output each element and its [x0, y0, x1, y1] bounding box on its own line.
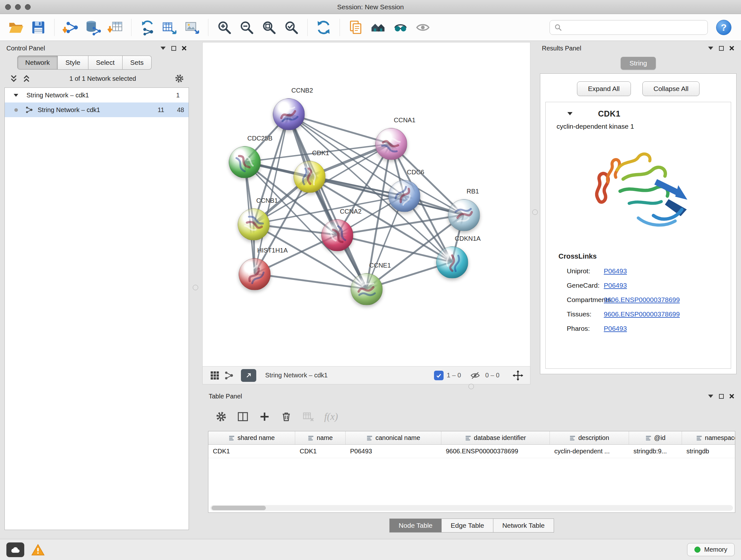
add-column-icon[interactable]: [259, 411, 271, 423]
tab-select[interactable]: Select: [88, 56, 123, 70]
panel-collapse-icon[interactable]: [708, 394, 714, 398]
network-from-table-button[interactable]: [159, 17, 180, 38]
warning-icon[interactable]: [31, 543, 45, 556]
search-input[interactable]: [565, 23, 703, 31]
eye-slash-icon[interactable]: [468, 368, 482, 382]
splitter-handle[interactable]: [193, 285, 198, 290]
collapse-all-button[interactable]: Collapse All: [643, 81, 700, 96]
network-view-canvas[interactable]: CCNB2CCNA1CDC25BCDK1CDC6RB1CCNB1CCNA2CDK…: [202, 42, 530, 367]
open-session-button[interactable]: [6, 17, 26, 38]
zoom-selected-button[interactable]: [281, 17, 301, 38]
network-node-ccne1[interactable]: [351, 273, 383, 305]
grid-view-icon[interactable]: [208, 368, 222, 382]
network-icon[interactable]: [222, 368, 236, 382]
network-node-ccnb1[interactable]: [238, 208, 270, 240]
network-node-rb1[interactable]: [448, 199, 480, 231]
copy-documents-button[interactable]: [346, 17, 366, 38]
crosslink-compartments[interactable]: 9606.ENSP00000378699: [604, 296, 680, 304]
clone-network-button[interactable]: [137, 17, 158, 38]
panel-collapse-icon[interactable]: [160, 46, 166, 51]
network-nodes-layer: CCNB2CCNA1CDC25BCDK1CDC6RB1CCNB1CCNA2CDK…: [203, 43, 530, 366]
memory-button[interactable]: Memory: [687, 543, 735, 556]
zoom-fit-button[interactable]: [259, 17, 279, 38]
crosslink-tissues[interactable]: 9606.ENSP00000378699: [604, 310, 680, 318]
import-table-file-button[interactable]: [105, 17, 125, 38]
horizontal-scrollbar[interactable]: [210, 505, 733, 511]
network-node-ccna2[interactable]: [321, 219, 353, 251]
minimize-window-button[interactable]: [15, 4, 21, 10]
panel-close-icon[interactable]: [729, 45, 735, 51]
table-arrow-icon: [162, 19, 178, 36]
panel-close-icon[interactable]: [729, 393, 735, 399]
home-button[interactable]: [368, 17, 388, 38]
column-header-shared-name[interactable]: shared name: [208, 431, 295, 444]
save-session-button[interactable]: [28, 17, 49, 38]
crosslink-uniprot[interactable]: P06493: [604, 267, 627, 275]
help-button[interactable]: ?: [716, 20, 731, 35]
scrollbar-thumb[interactable]: [212, 506, 266, 510]
tab-node-table[interactable]: Node Table: [389, 518, 442, 533]
section-collapse-icon[interactable]: [567, 111, 573, 116]
zoom-window-button[interactable]: [25, 4, 30, 10]
network-node-ccna1[interactable]: [375, 128, 407, 160]
network-collection-row[interactable]: String Network – cdk1 1: [5, 88, 189, 103]
splitter-handle[interactable]: [468, 384, 474, 389]
folder-open-icon: [8, 19, 24, 36]
move-tool-icon[interactable]: [511, 368, 525, 382]
export-image-button[interactable]: [182, 17, 202, 38]
zoom-in-button[interactable]: [214, 17, 234, 38]
tab-sets[interactable]: Sets: [123, 56, 151, 70]
cloud-button[interactable]: [6, 543, 24, 557]
column-header-namespace[interactable]: namespace: [682, 431, 735, 444]
splitter-handle[interactable]: [532, 209, 538, 215]
tab-network[interactable]: Network: [17, 56, 58, 70]
panel-collapse-icon[interactable]: [708, 46, 714, 51]
column-header-id[interactable]: @id: [629, 431, 682, 444]
close-window-button[interactable]: [5, 4, 11, 10]
collapse-all-icon[interactable]: [9, 74, 18, 83]
refresh-icon: [316, 19, 332, 36]
panel-float-icon[interactable]: [719, 46, 724, 51]
network-node-hist1h1a[interactable]: [239, 258, 271, 290]
network-row-selected[interactable]: String Network – cdk1 11 48: [5, 103, 189, 117]
tab-network-table[interactable]: Network Table: [493, 518, 554, 533]
tab-string[interactable]: String: [621, 57, 656, 70]
clear-table-icon[interactable]: [302, 410, 315, 423]
column-header-description[interactable]: description: [550, 431, 629, 444]
tab-edge-table[interactable]: Edge Table: [442, 518, 493, 533]
network-node-cdc6[interactable]: [388, 180, 420, 212]
selected-checkbox[interactable]: [434, 371, 444, 380]
crosslink-genecard[interactable]: P06493: [604, 282, 627, 289]
import-network-database-button[interactable]: [83, 17, 103, 38]
toggle-glasses-button[interactable]: [390, 17, 411, 38]
refresh-view-button[interactable]: [313, 17, 334, 38]
tree-expand-icon[interactable]: [13, 93, 19, 98]
network-node-cdc25b[interactable]: [229, 146, 261, 178]
panel-float-icon[interactable]: [719, 394, 724, 399]
network-node-cdk1[interactable]: [293, 161, 326, 193]
column-header-database-identifier[interactable]: database identifier: [441, 431, 550, 444]
zoom-out-button[interactable]: [237, 17, 257, 38]
gene-section-header[interactable]: CDK1: [546, 105, 731, 122]
network-node-ccnb2[interactable]: [273, 98, 305, 130]
panel-float-icon[interactable]: [172, 46, 176, 51]
column-header-name[interactable]: name: [295, 431, 346, 444]
columns-icon[interactable]: [237, 411, 249, 423]
delete-column-icon[interactable]: [280, 411, 292, 423]
expand-all-button[interactable]: Expand All: [577, 81, 631, 96]
network-node-cdkn1a[interactable]: [436, 246, 468, 278]
gear-icon[interactable]: [174, 73, 185, 84]
function-builder-icon[interactable]: f(x): [324, 411, 338, 422]
expand-all-icon[interactable]: [22, 74, 31, 83]
network-tree: String Network – cdk1 1 String Network –…: [4, 87, 189, 530]
tab-style[interactable]: Style: [58, 56, 88, 70]
import-network-file-button[interactable]: [60, 17, 81, 38]
toggle-eye-button[interactable]: [413, 17, 433, 38]
open-in-window-button[interactable]: [241, 369, 256, 382]
panel-close-icon[interactable]: [181, 45, 187, 51]
crosslink-pharos[interactable]: P06493: [604, 325, 627, 332]
eye-icon: [415, 19, 431, 36]
column-header-canonical-name[interactable]: canonical name: [346, 431, 441, 444]
gear-icon[interactable]: [215, 411, 227, 423]
table-row[interactable]: CDK1CDK1P064939606.ENSP00000378699cyclin…: [208, 445, 735, 458]
